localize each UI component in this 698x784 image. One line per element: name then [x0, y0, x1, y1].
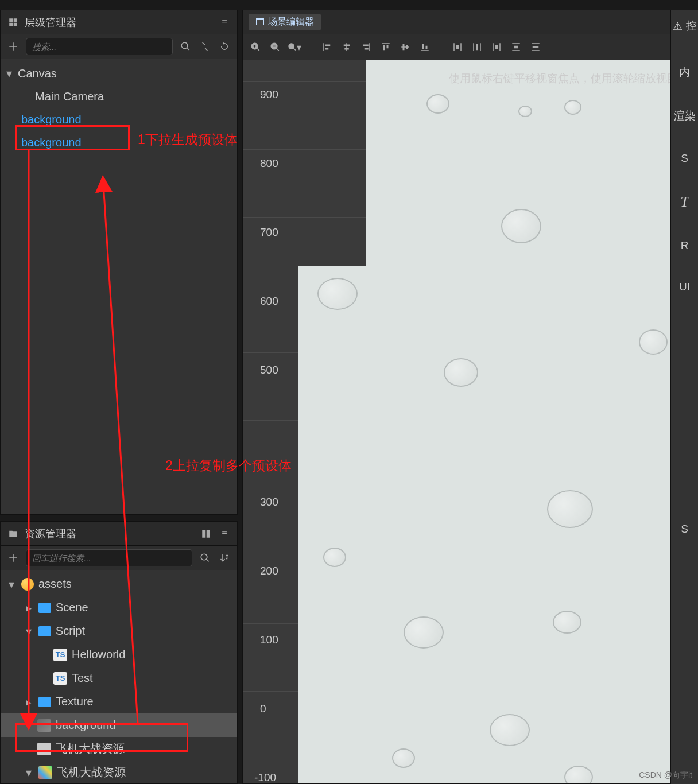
crater [547, 490, 593, 528]
typescript-icon: TS [53, 672, 67, 685]
hierarchy-header: 层级管理器 ≡ [1, 10, 237, 34]
assets-toolbar [1, 546, 237, 570]
assets-root-icon [21, 578, 34, 591]
node-label: background [21, 113, 82, 126]
asset-folder-assets[interactable]: ▾ assets [1, 572, 237, 596]
add-node-button[interactable] [6, 40, 20, 53]
asset-label: Test [72, 672, 93, 685]
folder-icon [38, 697, 51, 707]
sort-icon[interactable] [218, 551, 231, 565]
hierarchy-search-field[interactable] [32, 42, 166, 52]
align-top-icon[interactable] [379, 40, 393, 54]
search-icon[interactable] [198, 551, 212, 565]
scene-canvas[interactable]: 使用鼠标右键平移视窗焦点，使用滚轮缩放视图 900 800 700 600 50… [243, 60, 695, 783]
asset-label: Helloworld [72, 648, 125, 661]
distribute-h2-icon[interactable] [490, 40, 503, 54]
hierarchy-panel: 层级管理器 ≡ ▾ Canvas Main Camera background … [0, 10, 238, 515]
search-icon[interactable] [179, 40, 192, 53]
tree-item-canvas[interactable]: ▾ Canvas [1, 62, 237, 85]
align-bottom-icon[interactable] [418, 40, 432, 54]
asset-label: 飞机大战资源 [57, 764, 126, 780]
ruler-tick: 600 [260, 295, 278, 308]
inspector-item[interactable]: S [681, 152, 688, 165]
align-right-icon[interactable] [359, 40, 373, 54]
inspector-item[interactable]: UI [679, 281, 690, 293]
assets-search-field[interactable] [32, 553, 186, 563]
crater [426, 94, 449, 114]
inspector-item[interactable]: 内 [679, 65, 690, 80]
chevron-down-icon[interactable]: ▾ [24, 766, 34, 779]
align-left-icon[interactable] [320, 40, 334, 54]
distribute-v2-icon[interactable] [529, 40, 542, 54]
ruler-tick: 200 [260, 565, 278, 577]
add-asset-button[interactable] [6, 551, 20, 565]
inspector-header[interactable]: ⚠ 控 [673, 15, 697, 36]
separator [311, 40, 311, 54]
typescript-icon: TS [53, 649, 67, 661]
annotation-box-2 [15, 723, 188, 752]
guideline-horizontal [298, 680, 695, 680]
crater [323, 548, 346, 567]
zoom-in-icon[interactable] [249, 40, 262, 54]
node-label: Main Camera [35, 90, 104, 103]
crater [392, 748, 415, 768]
watermark: CSDN @向宇it [639, 770, 692, 781]
annotation-text-1: 1下拉生成预设体 [138, 131, 238, 149]
collapse-icon[interactable] [198, 40, 212, 53]
asset-pack-2[interactable]: ▾ 飞机大战资源 [1, 760, 237, 784]
refresh-icon[interactable] [218, 40, 231, 53]
crater [444, 358, 478, 387]
atlas-icon [38, 766, 52, 779]
ruler-tick: -100 [254, 771, 276, 783]
asset-folder-texture[interactable]: ▸ Texture [1, 690, 237, 713]
tree-item-main-camera[interactable]: Main Camera [1, 85, 237, 108]
zoom-dropdown-icon[interactable]: ▾ [288, 40, 301, 54]
chevron-down-icon[interactable]: ▾ [24, 624, 34, 638]
assets-menu-icon[interactable]: ≡ [218, 527, 231, 541]
ruler-tick: 100 [260, 634, 278, 646]
layout-icon[interactable] [199, 527, 213, 541]
asset-folder-scene[interactable]: ▸ Scene [1, 596, 237, 619]
ruler-tick: 800 [260, 157, 278, 170]
hierarchy-menu-icon[interactable]: ≡ [218, 15, 231, 29]
chevron-right-icon[interactable]: ▸ [24, 695, 34, 709]
assets-search-input[interactable] [26, 549, 192, 566]
folder-icon [38, 603, 51, 613]
annotation-text-2: 2上拉复制多个预设体 [165, 457, 292, 475]
align-hcenter-icon[interactable] [340, 40, 354, 54]
chevron-down-icon[interactable]: ▾ [6, 577, 17, 591]
inspector-item[interactable]: 渲染 [674, 108, 696, 123]
assets-tree: ▾ assets ▸ Scene ▾ Script TS Helloworld … [1, 570, 237, 784]
distribute-hcenter-icon[interactable] [470, 40, 484, 54]
align-vcenter-icon[interactable] [398, 40, 412, 54]
guideline-horizontal [298, 301, 695, 301]
asset-script-test[interactable]: TS Test [1, 666, 237, 690]
ruler-tick: 500 [260, 364, 278, 377]
crater [639, 329, 668, 355]
inspector-item[interactable]: T [680, 193, 688, 211]
scene-tab[interactable]: 🗔 场景编辑器 [249, 14, 321, 30]
inspector-item[interactable]: S [681, 523, 688, 535]
chevron-down-icon[interactable]: ▾ [6, 67, 18, 80]
assets-title: 资源管理器 [25, 527, 195, 541]
inspector-strip: ⚠ 控 内 渲染 S T R UI S [670, 10, 698, 784]
chevron-right-icon[interactable]: ▸ [24, 601, 34, 615]
game-area [298, 605, 695, 783]
crater [317, 278, 358, 310]
hierarchy-search-input[interactable] [26, 38, 173, 55]
crater [501, 209, 541, 243]
hierarchy-icon [6, 15, 20, 29]
asset-folder-script[interactable]: ▾ Script [1, 619, 237, 643]
distribute-v-icon[interactable] [509, 40, 523, 54]
asset-script-helloworld[interactable]: TS Helloworld [1, 643, 237, 666]
scene-file-icon: 🗔 [255, 17, 265, 28]
folder-icon [38, 626, 51, 636]
scene-tab-title: 场景编辑器 [268, 16, 314, 28]
distribute-h-icon[interactable] [451, 40, 464, 54]
assets-header: 资源管理器 ≡ [1, 522, 237, 546]
asset-label: Script [56, 624, 85, 638]
hierarchy-title: 层级管理器 [25, 15, 213, 29]
zoom-out-icon[interactable] [268, 40, 282, 54]
ruler-tick: 700 [260, 226, 278, 239]
inspector-item[interactable]: R [681, 239, 689, 252]
